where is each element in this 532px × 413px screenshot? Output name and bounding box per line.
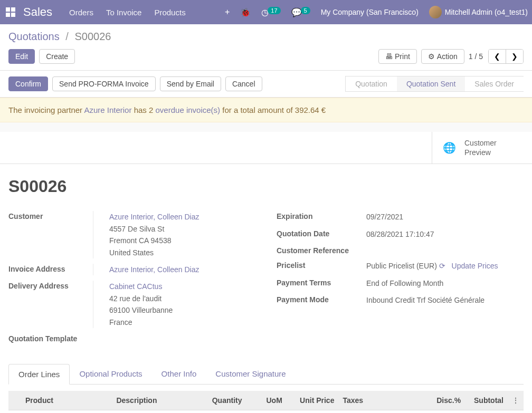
- cell-unit-price: 0.31: [290, 410, 338, 413]
- cell-discount: 0.00: [429, 410, 465, 413]
- warn-partner-link[interactable]: Azure Interior: [84, 105, 131, 114]
- invoice-link[interactable]: Azure Interior, Colleen Diaz: [109, 265, 199, 274]
- form-sheet: S00026 Customer Azure Interior, Colleen …: [0, 164, 532, 413]
- cancel-button[interactable]: Cancel: [225, 76, 262, 91]
- nav-orders[interactable]: Orders: [69, 8, 93, 17]
- field-payment-terms: Payment Terms End of Following Month: [277, 277, 524, 289]
- field-invoice-address: Invoice Address Azure Interior, Colleen …: [8, 264, 255, 275]
- invoice-label: Invoice Address: [8, 264, 98, 273]
- th-quantity[interactable]: Quantity: [203, 391, 246, 410]
- chat-badge: 5: [301, 7, 310, 14]
- clock-icon[interactable]: ◷17: [261, 7, 280, 17]
- gear-icon: ⚙: [428, 52, 435, 61]
- customer-country: United States: [109, 247, 255, 258]
- th-subtotal[interactable]: Subtotal: [465, 391, 508, 410]
- customer-city: Fremont CA 94538: [109, 235, 255, 246]
- pricelist-value: Public Pricelist (EUR) ⟳ Update Prices: [366, 260, 524, 272]
- tab-customer-signature[interactable]: Customer Signature: [206, 364, 295, 384]
- nav-to-invoice[interactable]: To Invoice: [106, 8, 142, 17]
- globe-icon: 🌐: [443, 141, 456, 154]
- cell-quantity: 100.00: [203, 410, 246, 413]
- create-button[interactable]: Create: [39, 49, 75, 64]
- refresh-icon[interactable]: ⟳: [439, 262, 445, 270]
- nav-products[interactable]: Products: [154, 8, 185, 17]
- control-panel: Quotations / S00026 Edit Create 🖶Print ⚙…: [0, 24, 532, 71]
- send-email-button[interactable]: Send by Email: [160, 76, 221, 91]
- print-icon: 🖶: [385, 52, 393, 61]
- th-uom[interactable]: UoM: [262, 391, 290, 410]
- tab-order-lines[interactable]: Order Lines: [8, 364, 70, 385]
- th-unit-price[interactable]: Unit Price: [290, 391, 338, 410]
- action-button[interactable]: ⚙Action: [421, 49, 464, 64]
- sheet-columns: Customer Azure Interior, Colleen Diaz 45…: [8, 211, 524, 348]
- th-kebab[interactable]: ⋮: [508, 391, 524, 410]
- pager-next[interactable]: ❯: [506, 50, 523, 63]
- pricelist-label: Pricelist: [277, 260, 366, 270]
- customer-preview-button[interactable]: 🌐 Customer Preview: [432, 132, 532, 164]
- payment-terms-value: End of Following Month: [366, 277, 524, 289]
- th-description[interactable]: Description: [112, 391, 203, 410]
- nav-right: + 🐞 ◷17 💬5 My Company (San Francisco) Mi…: [225, 6, 528, 18]
- step-quotation-sent[interactable]: Quotation Sent: [397, 76, 465, 92]
- th-taxes[interactable]: Taxes: [338, 391, 428, 410]
- delivery-link[interactable]: Cabinet CACtus: [109, 282, 162, 291]
- action-label: Action: [437, 52, 458, 61]
- pager-prev[interactable]: ❮: [489, 50, 506, 63]
- update-prices-link[interactable]: Update Prices: [452, 262, 498, 270]
- order-lines-table-wrap: Product Description Quantity UoM Unit Pr…: [8, 391, 524, 413]
- breadcrumb-current: S00026: [74, 31, 111, 42]
- field-customer: Customer Azure Interior, Colleen Diaz 45…: [8, 211, 255, 258]
- delivery-label: Delivery Address: [8, 281, 98, 290]
- template-label: Quotation Template: [8, 333, 98, 343]
- warn-suffix: for a total amount of 392.64 €: [222, 105, 326, 114]
- warn-prefix: The invoicing partner: [8, 105, 84, 114]
- apps-icon[interactable]: [4, 6, 17, 18]
- bug-icon[interactable]: 🐞: [240, 7, 251, 17]
- status-steps: Quotation Quotation Sent Sales Order: [345, 76, 524, 92]
- tabs: Order Lines Optional Products Other Info…: [8, 364, 524, 385]
- breadcrumb-root[interactable]: Quotations: [8, 31, 60, 42]
- customer-ref-label: Customer Reference: [277, 245, 366, 255]
- field-delivery-address: Delivery Address Cabinet CACtus 42 rue d…: [8, 281, 255, 328]
- table-row[interactable]: [CONS_25630] Screw [CONS_25630] Screw 10…: [8, 410, 524, 413]
- stat-line2: Preview: [464, 148, 497, 157]
- new-icon[interactable]: +: [225, 7, 230, 17]
- stat-line1: Customer: [464, 138, 497, 148]
- warn-overdue-link[interactable]: overdue invoice(s): [156, 105, 221, 114]
- payment-mode-label: Payment Mode: [277, 294, 366, 304]
- step-sales-order[interactable]: Sales Order: [465, 76, 524, 92]
- company-selector[interactable]: My Company (San Francisco): [321, 8, 419, 16]
- record-name: S00026: [8, 177, 524, 196]
- order-lines-table: Product Description Quantity UoM Unit Pr…: [8, 391, 524, 413]
- avatar: [429, 6, 442, 18]
- pricelist-text: Public Pricelist (EUR): [366, 262, 437, 270]
- th-discount[interactable]: Disc.%: [429, 391, 465, 410]
- expiration-value: 09/27/2021: [366, 211, 524, 223]
- tab-optional-products[interactable]: Optional Products: [70, 364, 151, 384]
- user-name: Mitchell Admin (o4_test1): [445, 8, 528, 16]
- warn-has: has 2: [134, 105, 156, 114]
- pager-nav: ❮ ❯: [488, 49, 524, 64]
- clock-badge: 17: [268, 7, 280, 14]
- chat-icon[interactable]: 💬5: [291, 7, 310, 17]
- pager: 1 / 5 ❮ ❯: [469, 49, 524, 64]
- cell-product: [CONS_25630] Screw: [21, 410, 112, 413]
- customer-link[interactable]: Azure Interior, Colleen Diaz: [109, 213, 199, 221]
- payment-terms-label: Payment Terms: [277, 277, 366, 287]
- confirm-button[interactable]: Confirm: [8, 76, 48, 91]
- pager-value[interactable]: 1 / 5: [469, 52, 483, 61]
- brand[interactable]: Sales: [23, 5, 52, 19]
- proforma-button[interactable]: Send PRO-FORMA Invoice: [52, 76, 156, 91]
- print-button[interactable]: 🖶Print: [378, 49, 417, 64]
- edit-button[interactable]: Edit: [8, 49, 35, 64]
- field-customer-ref: Customer Reference: [277, 245, 524, 255]
- quotation-date-value: 08/28/2021 17:10:47: [366, 228, 524, 240]
- th-product[interactable]: Product: [21, 391, 112, 410]
- user-menu[interactable]: Mitchell Admin (o4_test1): [429, 6, 528, 18]
- customer-label: Customer: [8, 211, 98, 220]
- field-payment-mode: Payment Mode Inbound Credit Trf Société …: [277, 294, 524, 306]
- tab-other-info[interactable]: Other Info: [152, 364, 206, 384]
- breadcrumb-sep: /: [65, 31, 69, 42]
- nav-links: Orders To Invoice Products: [69, 8, 186, 17]
- step-quotation[interactable]: Quotation: [345, 76, 397, 92]
